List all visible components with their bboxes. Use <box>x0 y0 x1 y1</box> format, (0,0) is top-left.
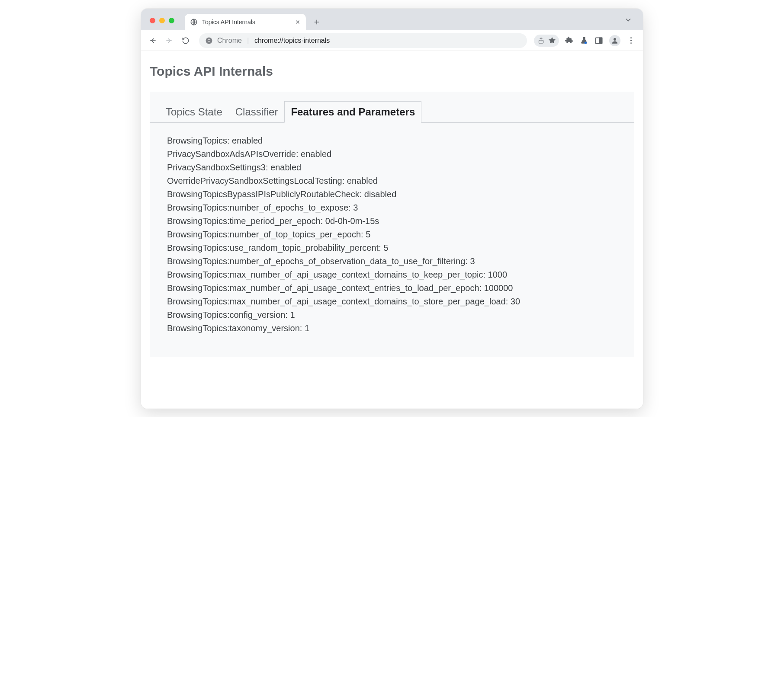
share-and-bookmark <box>534 35 559 47</box>
feature-line: BrowsingTopics:max_number_of_api_usage_c… <box>167 295 617 308</box>
window-minimize-button[interactable] <box>159 18 165 23</box>
url-scheme: Chrome <box>217 37 242 44</box>
extensions-icon[interactable] <box>565 36 574 45</box>
browser-tab[interactable]: Topics API Internals <box>185 14 306 30</box>
window-maximize-button[interactable] <box>169 18 174 23</box>
tab-classifier[interactable]: Classifier <box>229 101 285 123</box>
subtabs: Topics State Classifier Features and Par… <box>150 101 634 123</box>
sidepanel-icon[interactable] <box>594 36 603 45</box>
globe-icon <box>190 18 198 26</box>
feature-line: BrowsingTopics:max_number_of_api_usage_c… <box>167 268 617 281</box>
feature-line: BrowsingTopics:number_of_top_topics_per_… <box>167 228 617 241</box>
url-separator: | <box>247 37 249 44</box>
feature-line: BrowsingTopics:number_of_epochs_to_expos… <box>167 201 617 214</box>
kebab-menu-icon[interactable] <box>627 36 635 45</box>
omnibox[interactable]: Chrome | chrome://topics-internals <box>199 33 527 48</box>
bookmark-star-icon[interactable] <box>548 36 556 45</box>
forward-button[interactable] <box>163 34 176 47</box>
tab-overflow-button[interactable] <box>624 16 633 24</box>
feature-line: BrowsingTopics:number_of_epochs_of_obser… <box>167 255 617 268</box>
reload-button[interactable] <box>179 34 192 47</box>
feature-line: BrowsingTopics:taxonomy_version: 1 <box>167 322 617 335</box>
browser-window: Topics API Internals <box>141 9 643 409</box>
svg-point-5 <box>585 42 587 44</box>
url-text: Chrome | chrome://topics-internals <box>217 37 330 45</box>
profile-avatar[interactable] <box>609 35 620 46</box>
labs-icon[interactable] <box>580 36 588 45</box>
toolbar-actions <box>534 35 638 47</box>
back-button[interactable] <box>146 34 159 47</box>
url-path: chrome://topics-internals <box>254 37 330 44</box>
features-list: BrowsingTopics: enabled PrivacySandboxAd… <box>150 123 634 335</box>
feature-line: PrivacySandboxAdsAPIsOverride: enabled <box>167 147 617 161</box>
feature-line: OverridePrivacySandboxSettingsLocalTesti… <box>167 174 617 188</box>
feature-line: BrowsingTopics:config_version: 1 <box>167 308 617 322</box>
tab-title: Topics API Internals <box>202 19 290 26</box>
close-tab-icon[interactable] <box>295 19 301 25</box>
svg-point-3 <box>208 39 210 42</box>
toolbar: Chrome | chrome://topics-internals <box>141 30 643 51</box>
svg-rect-7 <box>600 38 602 43</box>
page-title: Topics API Internals <box>150 64 634 79</box>
tab-features-and-parameters[interactable]: Features and Parameters <box>284 101 421 123</box>
share-icon[interactable] <box>537 36 545 45</box>
feature-line: BrowsingTopics:time_period_per_epoch: 0d… <box>167 214 617 228</box>
feature-line: BrowsingTopics:max_number_of_api_usage_c… <box>167 281 617 295</box>
window-controls <box>150 18 174 23</box>
tab-topics-state[interactable]: Topics State <box>159 101 229 123</box>
page-content: Topics API Internals Topics State Classi… <box>141 51 643 409</box>
new-tab-button[interactable] <box>310 16 323 29</box>
chrome-icon <box>205 37 213 45</box>
feature-line: BrowsingTopics:use_random_topic_probabil… <box>167 241 617 255</box>
feature-line: PrivacySandboxSettings3: enabled <box>167 161 617 174</box>
window-close-button[interactable] <box>150 18 155 23</box>
content-box: Topics State Classifier Features and Par… <box>150 92 634 357</box>
feature-line: BrowsingTopicsBypassIPIsPubliclyRoutable… <box>167 188 617 201</box>
svg-point-8 <box>614 38 616 41</box>
tabstrip: Topics API Internals <box>141 9 643 30</box>
feature-line: BrowsingTopics: enabled <box>167 134 617 147</box>
